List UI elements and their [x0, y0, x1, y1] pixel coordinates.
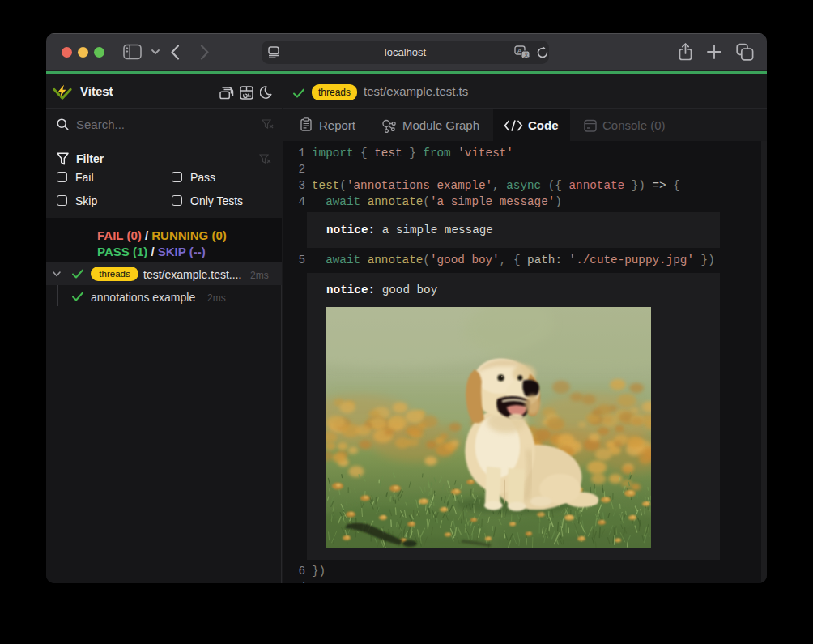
- svg-text:文: 文: [524, 51, 530, 58]
